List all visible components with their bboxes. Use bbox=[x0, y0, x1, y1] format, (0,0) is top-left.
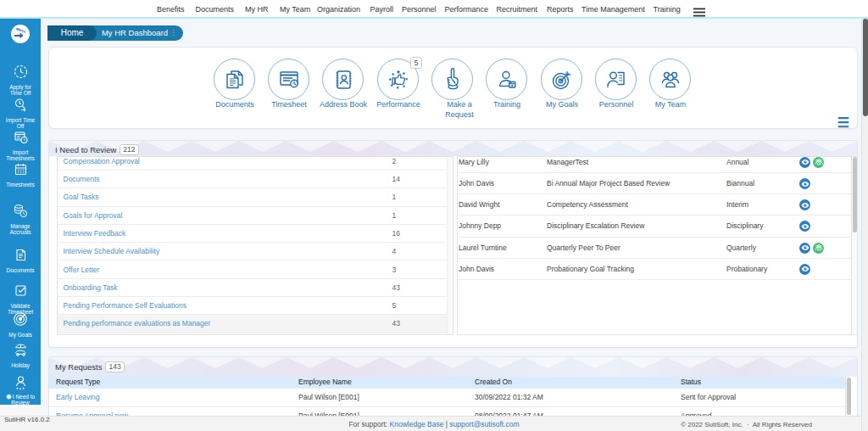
svg-text:Menu: Menu bbox=[15, 26, 26, 33]
